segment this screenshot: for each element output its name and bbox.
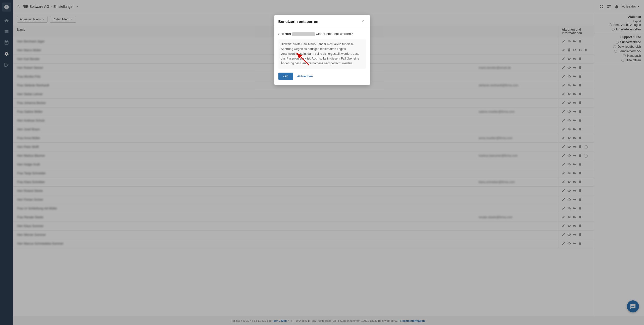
cancel-button[interactable]: Abbrechen — [297, 74, 313, 78]
question-name-blurred — [292, 32, 315, 36]
modal-footer: OK Abbrechen — [278, 73, 366, 81]
modal-note: Hinweis: Sollte Herr Mario Bender nicht … — [278, 39, 366, 69]
modal-overlay: BenutzerIn entsperren × Soll Herr wieder… — [0, 0, 644, 325]
modal-title: BenutzerIn entsperren — [278, 19, 318, 24]
question-suffix: wieder entsperrt werden? — [315, 32, 353, 36]
modal-question: Soll Herr wieder entsperrt werden? — [278, 32, 366, 36]
unlock-user-modal: BenutzerIn entsperren × Soll Herr wieder… — [274, 15, 370, 85]
modal-header: BenutzerIn entsperren × — [274, 15, 370, 28]
ok-button[interactable]: OK — [278, 73, 293, 80]
modal-close-button[interactable]: × — [360, 19, 366, 24]
question-prefix: Soll — [278, 32, 285, 36]
modal-body: Soll Herr wieder entsperrt werden? Hinwe… — [274, 28, 370, 85]
question-salutation: Herr — [285, 32, 291, 36]
